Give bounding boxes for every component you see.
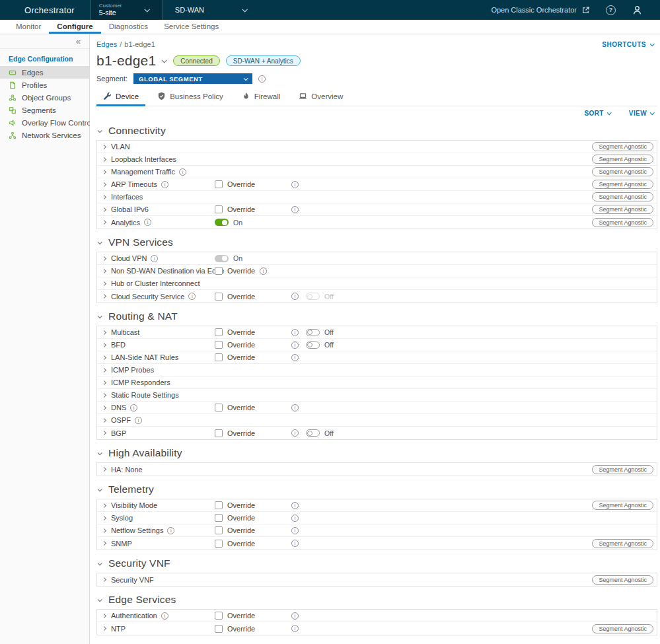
toggle[interactable] [306, 429, 320, 437]
section-header[interactable]: Routing & NAT [98, 310, 657, 322]
info-icon[interactable] [291, 527, 299, 534]
setting-row[interactable]: OSPF [97, 414, 657, 427]
info-icon[interactable] [291, 293, 299, 300]
sidebar-item-object-groups[interactable]: Object Groups [0, 91, 89, 104]
view-dropdown[interactable]: VIEW [629, 110, 653, 117]
segment-select[interactable]: GLOBAL SEGMENT [133, 73, 252, 84]
setting-row[interactable]: Cloud Security ServiceOverrideOff [97, 290, 657, 303]
open-classic-orchestrator-link[interactable]: Open Classic Orchestrator [491, 6, 590, 15]
setting-row[interactable]: BGPOverrideOff [97, 427, 657, 439]
info-icon[interactable] [291, 206, 299, 213]
sidebar-collapse-icon[interactable]: « [76, 37, 81, 46]
info-icon[interactable] [291, 515, 299, 522]
setting-row[interactable]: DNSOverride [97, 402, 657, 414]
info-icon[interactable] [161, 612, 168, 620]
section-header[interactable]: Security VNF [98, 557, 657, 569]
info-icon[interactable] [291, 540, 299, 547]
setting-row[interactable]: Global IPv6OverrideSegment Agnostic [97, 203, 657, 216]
setting-row[interactable]: Security VNFSegment Agnostic [97, 573, 657, 586]
user-icon[interactable] [632, 5, 643, 16]
override-checkbox[interactable] [215, 625, 223, 633]
override-checkbox[interactable] [215, 514, 223, 522]
nav-tab-configure[interactable]: Configure [49, 20, 100, 34]
info-icon[interactable] [151, 255, 158, 262]
info-icon[interactable] [291, 625, 299, 632]
toggle[interactable] [215, 219, 229, 226]
setting-row[interactable]: HA: NoneSegment Agnostic [97, 463, 657, 476]
override-checkbox[interactable] [215, 526, 223, 534]
setting-row[interactable]: ARP TimeoutsOverrideSegment Agnostic [97, 178, 657, 191]
nav-tab-service-settings[interactable]: Service Settings [156, 20, 227, 34]
setting-row[interactable]: InterfacesSegment Agnostic [97, 191, 657, 203]
info-icon[interactable] [260, 268, 267, 275]
setting-row[interactable]: ICMP Probes [97, 364, 657, 376]
setting-row[interactable]: LAN-Side NAT RulesOverride [97, 351, 657, 364]
override-checkbox[interactable] [215, 180, 223, 188]
info-icon[interactable] [291, 612, 299, 620]
override-checkbox[interactable] [215, 293, 223, 301]
sidebar-item-profiles[interactable]: Profiles [0, 79, 89, 91]
tab-device[interactable]: Device [96, 90, 145, 106]
section-header[interactable]: Edge Services [98, 594, 657, 606]
info-icon[interactable] [291, 502, 299, 509]
product-selector[interactable]: SD-WAN [163, 6, 256, 14]
info-icon[interactable] [144, 219, 151, 226]
section-header[interactable]: Telemetry [98, 483, 657, 495]
toggle[interactable] [215, 255, 229, 262]
setting-row[interactable]: Visibility ModeOverrideSegment Agnostic [97, 499, 657, 512]
setting-row[interactable]: ICMP Responders [97, 376, 657, 389]
setting-row[interactable]: Hub or Cluster Interconnect [97, 277, 657, 290]
setting-row[interactable]: Loopback InterfacesSegment Agnostic [97, 153, 657, 166]
setting-row[interactable]: Non SD-WAN Destination via EdgeOverride [97, 265, 657, 277]
tab-overview[interactable]: Overview [292, 90, 349, 106]
setting-row[interactable]: SNMPOverrideSegment Agnostic [97, 537, 657, 550]
override-checkbox[interactable] [215, 501, 223, 509]
setting-row[interactable]: AuthenticationOverride [97, 610, 657, 622]
override-checkbox[interactable] [215, 328, 223, 336]
info-icon[interactable] [291, 404, 299, 411]
nav-tab-monitor[interactable]: Monitor [8, 20, 49, 34]
section-header[interactable]: VPN Services [98, 236, 657, 248]
info-icon[interactable] [188, 293, 196, 300]
override-checkbox[interactable] [215, 429, 223, 437]
setting-row[interactable]: SyslogOverride [97, 512, 657, 524]
sidebar-item-edges[interactable]: Edges [0, 66, 89, 79]
sidebar-item-overlay-flow-control[interactable]: Overlay Flow Control [0, 116, 89, 129]
section-header[interactable]: Connectivity [98, 125, 657, 137]
breadcrumb-edges-link[interactable]: Edges [96, 40, 117, 48]
tab-business-policy[interactable]: Business Policy [151, 90, 230, 106]
setting-row[interactable]: MulticastOverrideOff [97, 326, 657, 339]
shortcuts-dropdown[interactable]: SHORTCUTS [602, 41, 653, 48]
customer-selector[interactable]: Customer 5-site [91, 0, 163, 20]
setting-row[interactable]: VLANSegment Agnostic [97, 141, 657, 153]
info-icon[interactable] [258, 75, 266, 83]
help-icon[interactable]: ? [606, 5, 616, 15]
override-checkbox[interactable] [215, 267, 223, 275]
sidebar-item-segments[interactable]: Segments [0, 104, 89, 116]
tab-firewall[interactable]: Firewall [235, 90, 287, 106]
setting-row[interactable]: BFDOverrideOff [97, 339, 657, 351]
override-checkbox[interactable] [215, 341, 223, 349]
sort-dropdown[interactable]: SORT [584, 110, 610, 117]
info-icon[interactable] [161, 181, 168, 188]
override-checkbox[interactable] [215, 205, 223, 213]
info-icon[interactable] [291, 329, 299, 336]
info-icon[interactable] [167, 527, 174, 534]
section-header[interactable]: High Availability [98, 447, 657, 459]
setting-row[interactable]: Management TrafficSegment Agnostic [97, 166, 657, 178]
setting-row[interactable]: Static Route Settings [97, 389, 657, 402]
info-icon[interactable] [179, 168, 186, 176]
edge-title-dropdown-icon[interactable] [162, 57, 167, 63]
nav-tab-diagnostics[interactable]: Diagnostics [101, 20, 156, 34]
info-icon[interactable] [135, 417, 142, 424]
override-checkbox[interactable] [215, 353, 223, 361]
info-icon[interactable] [291, 429, 299, 437]
override-checkbox[interactable] [215, 540, 223, 548]
info-icon[interactable] [291, 181, 299, 188]
setting-row[interactable]: NTPOverrideSegment Agnostic [97, 622, 657, 635]
info-icon[interactable] [291, 354, 299, 361]
setting-row[interactable]: Cloud VPNOn [97, 252, 657, 265]
override-checkbox[interactable] [215, 404, 223, 411]
override-checkbox[interactable] [215, 612, 223, 620]
info-icon[interactable] [130, 404, 137, 411]
